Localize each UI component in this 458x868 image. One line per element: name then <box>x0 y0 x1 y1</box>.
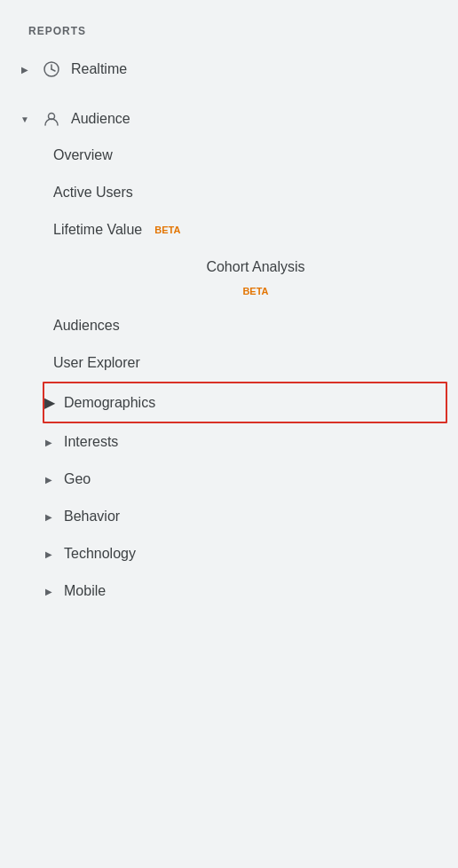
overview-label: Overview <box>53 147 113 163</box>
audience-sub-items: Overview Active Users Lifetime Value BET… <box>0 137 458 382</box>
geo-label: Geo <box>64 471 91 487</box>
interests-chevron-icon: ▶ <box>43 436 55 448</box>
demographics-chevron-icon: ▶ <box>44 394 55 411</box>
sidebar-item-technology[interactable]: ▶ Technology <box>43 535 458 572</box>
sidebar-section-audience: ▼ Audience Overview Active Users Lifetim… <box>0 101 458 610</box>
geo-chevron-icon: ▶ <box>43 473 55 485</box>
clock-icon <box>43 60 60 78</box>
sidebar-item-realtime[interactable]: ▶ Realtime <box>0 51 458 87</box>
sidebar-item-audiences[interactable]: Audiences <box>53 307 458 344</box>
behavior-chevron-icon: ▶ <box>43 510 55 523</box>
mobile-label: Mobile <box>64 583 106 599</box>
sidebar-item-behavior[interactable]: ▶ Behavior <box>43 498 458 535</box>
reports-label: REPORTS <box>0 25 458 51</box>
audience-expandable-items: ▶ Demographics ▶ Interests ▶ Geo ▶ Behav… <box>0 382 458 610</box>
realtime-label: Realtime <box>71 61 127 77</box>
technology-label: Technology <box>64 546 136 562</box>
cohort-beta-badge: BETA <box>242 286 268 296</box>
interests-label: Interests <box>64 434 118 450</box>
person-icon <box>43 110 60 128</box>
sidebar-item-overview[interactable]: Overview <box>53 137 458 174</box>
sidebar-item-mobile[interactable]: ▶ Mobile <box>43 572 458 610</box>
sidebar-item-lifetime-value[interactable]: Lifetime Value BETA <box>53 211 458 249</box>
lifetime-value-beta-badge: BETA <box>154 225 180 235</box>
sidebar-item-active-users[interactable]: Active Users <box>53 174 458 211</box>
sidebar-item-demographics[interactable]: ▶ Demographics <box>43 382 447 423</box>
sidebar-item-cohort-analysis[interactable]: Cohort Analysis BETA <box>53 249 458 307</box>
active-users-label: Active Users <box>53 185 133 201</box>
sidebar-item-user-explorer[interactable]: User Explorer <box>53 344 458 382</box>
sidebar-item-geo[interactable]: ▶ Geo <box>43 461 458 498</box>
audience-label: Audience <box>71 111 130 127</box>
sidebar-item-interests[interactable]: ▶ Interests <box>43 423 458 461</box>
lifetime-value-label: Lifetime Value <box>53 222 142 238</box>
cohort-main-row: Cohort Analysis <box>206 259 304 275</box>
sidebar: REPORTS ▶ Realtime ▼ Audience <box>0 0 458 627</box>
chevron-down-icon: ▼ <box>18 112 32 126</box>
cohort-analysis-label: Cohort Analysis <box>206 259 304 275</box>
mobile-chevron-icon: ▶ <box>43 585 55 597</box>
sidebar-item-audience[interactable]: ▼ Audience <box>0 101 458 137</box>
svg-line-2 <box>51 69 55 71</box>
user-explorer-label: User Explorer <box>53 355 140 371</box>
chevron-right-icon: ▶ <box>18 62 32 76</box>
demographics-label: Demographics <box>64 395 155 411</box>
audiences-label: Audiences <box>53 318 120 334</box>
behavior-label: Behavior <box>64 509 120 525</box>
technology-chevron-icon: ▶ <box>43 548 55 560</box>
